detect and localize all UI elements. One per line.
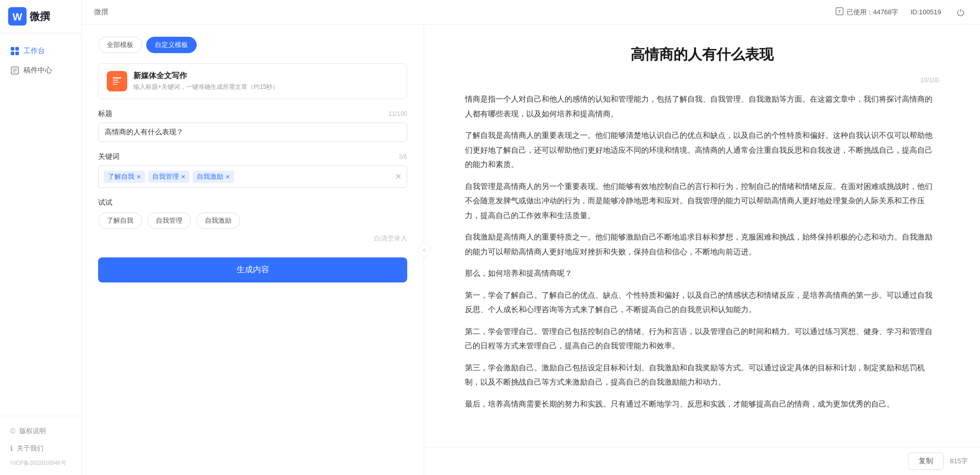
- power-button[interactable]: [953, 5, 968, 19]
- svg-rect-3: [15, 47, 19, 51]
- sidebar-item-drafts[interactable]: 稿件中心: [0, 61, 81, 80]
- article-paragraph: 自我激励是高情商人的重要特质之一。他们能够激励自己不断地追求目标和梦想，克服困难…: [465, 230, 939, 259]
- template-card-icon: [107, 71, 127, 91]
- sidebar-logo: W 微撰: [0, 0, 81, 33]
- id-info: ID:100519: [911, 8, 941, 16]
- body-area: 全部模板 自定义模板 新媒体全文写作 输入标题+关键词，一键准确生成所需文章（约…: [82, 25, 980, 475]
- template-card-desc: 输入标题+关键词，一键准确生成所需文章（约15秒）: [133, 83, 278, 91]
- article-paragraph: 第二，学会管理自己。管理自己包括控制自己的情绪、行为和言语，以及管理自己的时间和…: [465, 324, 939, 353]
- sidebar-item-drafts-label: 稿件中心: [24, 66, 52, 75]
- word-count: 815字: [950, 457, 968, 466]
- right-panel-footer: 复制 815字: [424, 447, 980, 475]
- svg-rect-5: [15, 52, 19, 55]
- template-card-title: 新媒体全文写作: [133, 71, 278, 81]
- drafts-icon: [10, 66, 19, 75]
- usage-info: T 已使用：44768字: [835, 7, 898, 17]
- collapse-arrow-btn[interactable]: ‹: [417, 243, 431, 257]
- article-paragraph: 自我管理是高情商人的另一个重要表现。他们能够有效地控制自己的言行和行为，控制自己…: [465, 179, 939, 223]
- tab-custom-templates[interactable]: 自定义模板: [146, 37, 197, 53]
- left-panel: 全部模板 自定义模板 新媒体全文写作 输入标题+关键词，一键准确生成所需文章（约…: [82, 25, 424, 475]
- info-icon: ℹ: [10, 444, 13, 453]
- sidebar-item-workspace-label: 工作台: [24, 46, 45, 56]
- copy-button[interactable]: 复制: [908, 453, 944, 470]
- title-label: 标题: [98, 109, 112, 118]
- main-content: 微撰 T 已使用：44768字 ID:100519: [82, 0, 980, 475]
- article-counter: 10/100: [465, 77, 939, 84]
- template-card[interactable]: 新媒体全文写作 输入标题+关键词，一键准确生成所需文章（约15秒）: [98, 63, 407, 99]
- keyword-tag-1-close[interactable]: ✕: [181, 174, 185, 180]
- trial-label: 试试: [98, 198, 407, 207]
- keyword-tag-2: 自我激励 ✕: [193, 171, 234, 183]
- trial-tag-1[interactable]: 自我管理: [147, 212, 191, 229]
- keywords-label-row: 关键词 3/6: [98, 152, 407, 161]
- usage-text: 已使用：44768字: [847, 8, 898, 17]
- copyright-icon: ©: [10, 427, 15, 435]
- keywords-section: 关键词 3/6 了解自我 ✕ 自我管理 ✕ 自我激励 ✕: [98, 152, 407, 188]
- sidebar: W 微撰 工作台: [0, 0, 82, 475]
- trial-clear-link[interactable]: 白清空录入: [98, 234, 407, 243]
- sidebar-footer-about[interactable]: ℹ 关于我们: [0, 440, 81, 457]
- article-content: 高情商的人有什么表现 10/100 情商是指一个人对自己和他人的感情的认知和管理…: [424, 25, 980, 447]
- title-input[interactable]: [98, 123, 407, 142]
- topbar-right: T 已使用：44768字 ID:100519: [835, 5, 968, 19]
- keywords-clear-btn[interactable]: ✕: [395, 173, 402, 181]
- article-paragraph: 第一，学会了解自己。了解自己的优点、缺点、个性特质和偏好，以及自己的情感状态和情…: [465, 288, 939, 317]
- title-label-row: 标题 11/100: [98, 109, 407, 118]
- svg-rect-4: [11, 52, 14, 55]
- article-paragraph: 情商是指一个人对自己和他人的感情的认知和管理能力，包括了解自我、自我管理、自我激…: [465, 92, 939, 121]
- trial-section: 试试 了解自我 自我管理 自我激励 白清空录入: [98, 198, 407, 243]
- copyright-label: 版权说明: [19, 426, 46, 436]
- sidebar-nav: 工作台 稿件中心: [0, 33, 81, 416]
- keyword-tag-1-text: 自我管理: [152, 172, 179, 181]
- keyword-tag-2-close[interactable]: ✕: [225, 174, 230, 180]
- icp-text: ©ICP备2022016946号: [0, 457, 81, 471]
- tabs-row: 全部模板 自定义模板: [98, 37, 407, 53]
- trial-tag-2[interactable]: 自我激励: [196, 212, 240, 229]
- svg-rect-2: [11, 47, 14, 51]
- right-panel: 高情商的人有什么表现 10/100 情商是指一个人对自己和他人的感情的认知和管理…: [424, 25, 980, 475]
- article-paragraph: 那么，如何培养和提高情商呢？: [465, 266, 939, 281]
- trial-tag-0[interactable]: 了解自我: [98, 212, 142, 229]
- keywords-label: 关键词: [98, 152, 120, 161]
- generate-button[interactable]: 生成内容: [98, 257, 407, 282]
- svg-text:T: T: [838, 9, 841, 14]
- keywords-box[interactable]: 了解自我 ✕ 自我管理 ✕ 自我激励 ✕ ✕: [98, 165, 407, 188]
- workspace-icon: [10, 46, 19, 56]
- article-body: 情商是指一个人对自己和他人的感情的认知和管理能力，包括了解自我、自我管理、自我激…: [465, 92, 939, 411]
- article-paragraph: 第三，学会激励自己。激励自己包括设定目标和计划、自我激励和自我奖励等方式。可以通…: [465, 361, 939, 390]
- article-title: 高情商的人有什么表现: [465, 45, 939, 64]
- title-counter: 11/100: [388, 110, 407, 117]
- keyword-tag-2-text: 自我激励: [197, 172, 223, 181]
- tab-all-templates[interactable]: 全部模板: [98, 37, 142, 53]
- svg-text:W: W: [13, 11, 22, 22]
- keyword-tag-0-close[interactable]: ✕: [136, 174, 141, 180]
- sidebar-footer: © 版权说明 ℹ 关于我们 ©ICP备2022016946号: [0, 416, 81, 475]
- template-card-info: 新媒体全文写作 输入标题+关键词，一键准确生成所需文章（约15秒）: [133, 71, 278, 91]
- usage-icon: T: [835, 7, 844, 17]
- sidebar-item-workspace[interactable]: 工作台: [0, 41, 81, 61]
- article-paragraph: 最后，培养高情商需要长期的努力和实践。只有通过不断地学习、反思和实践，才能够提高…: [465, 397, 939, 412]
- keyword-tag-1: 自我管理 ✕: [148, 171, 190, 183]
- keywords-counter: 3/6: [399, 153, 407, 160]
- logo-text: 微撰: [30, 10, 50, 23]
- sidebar-footer-copyright[interactable]: © 版权说明: [0, 422, 81, 440]
- topbar-title: 微撰: [94, 8, 108, 17]
- about-label: 关于我们: [17, 444, 43, 453]
- topbar: 微撰 T 已使用：44768字 ID:100519: [82, 0, 980, 25]
- article-paragraph: 了解自我是高情商人的重要表现之一。他们能够清楚地认识自己的优点和缺点，以及自己的…: [465, 128, 939, 172]
- trial-tags: 了解自我 自我管理 自我激励: [98, 212, 407, 229]
- keyword-tag-0-text: 了解自我: [108, 172, 134, 181]
- logo-icon: W: [8, 7, 27, 26]
- keyword-tag-0: 了解自我 ✕: [104, 171, 145, 183]
- title-section: 标题 11/100: [98, 109, 407, 142]
